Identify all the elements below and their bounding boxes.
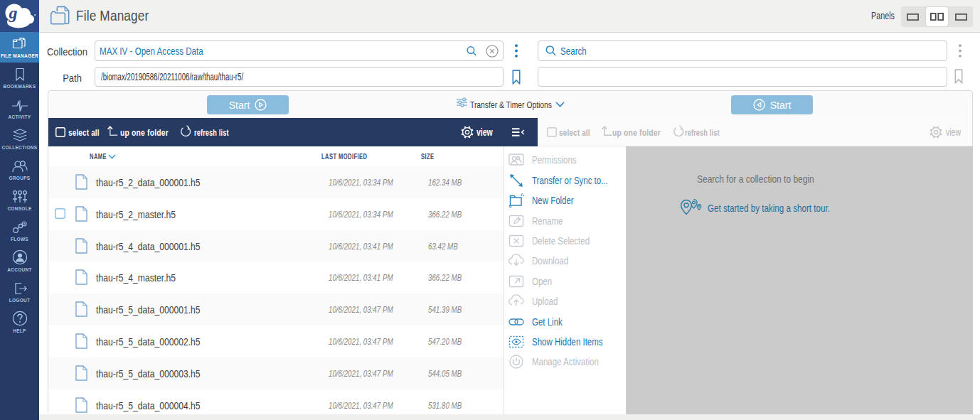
svg-text:g: g [9, 4, 18, 22]
